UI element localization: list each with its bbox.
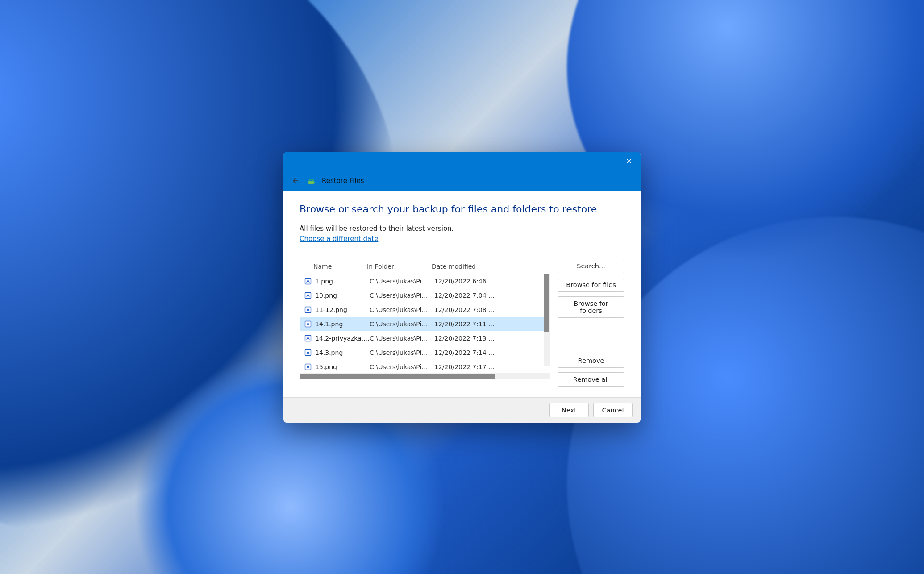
file-date: 12/20/2022 7:14 ... (434, 349, 550, 356)
table-row[interactable]: 15.pngC:\Users\lukas\Pictur...12/20/2022… (300, 360, 550, 373)
image-file-icon (304, 363, 312, 370)
vertical-scrollbar[interactable] (544, 274, 550, 366)
file-name: 1.png (315, 278, 370, 285)
file-date: 12/20/2022 7:17 ... (434, 363, 550, 370)
table-row[interactable]: 1.pngC:\Users\lukas\Pictur...12/20/2022 … (300, 274, 550, 288)
remove-button[interactable]: Remove (558, 354, 624, 368)
file-folder: C:\Users\lukas\Pictur... (370, 278, 434, 285)
choose-date-link[interactable]: Choose a different date (300, 235, 378, 243)
next-button[interactable]: Next (549, 403, 589, 417)
svg-point-0 (308, 181, 315, 184)
column-folder[interactable]: In Folder (362, 259, 427, 274)
file-name: 15.png (315, 363, 370, 370)
browse-folders-button[interactable]: Browse for folders (558, 296, 624, 318)
file-date: 12/20/2022 7:04 ... (434, 292, 550, 299)
browse-files-button[interactable]: Browse for files (558, 278, 624, 292)
close-button[interactable] (619, 154, 639, 168)
file-folder: C:\Users\lukas\Pictur... (370, 306, 434, 313)
horizontal-scrollbar[interactable] (300, 373, 550, 379)
restore-files-icon (307, 176, 316, 185)
file-name: 10.png (315, 292, 370, 299)
page-heading: Browse or search your backup for files a… (300, 204, 624, 215)
image-file-icon (304, 278, 312, 285)
file-date: 12/20/2022 7:13 ... (434, 335, 550, 342)
content-area: Browse or search your backup for files a… (283, 191, 641, 397)
table-row[interactable]: 14.3.pngC:\Users\lukas\Pictur...12/20/20… (300, 345, 550, 360)
table-row[interactable]: 14.1.pngC:\Users\lukas\Pictur...12/20/20… (300, 317, 550, 331)
file-folder: C:\Users\lukas\Pictur... (370, 349, 434, 356)
search-button[interactable]: Search... (558, 259, 624, 273)
file-folder: C:\Users\lukas\Pictur... (370, 320, 434, 328)
back-button[interactable] (290, 175, 300, 186)
cancel-button[interactable]: Cancel (593, 403, 633, 417)
titlebar (283, 152, 641, 171)
file-date: 12/20/2022 7:08 ... (434, 306, 550, 313)
table-row[interactable]: 14.2-privyazka....C:\Users\lukas\Pictur.… (300, 331, 550, 345)
list-header: Name In Folder Date modified (300, 259, 550, 274)
table-row[interactable]: 10.pngC:\Users\lukas\Pictur...12/20/2022… (300, 288, 550, 303)
image-file-icon (304, 292, 312, 299)
column-name[interactable]: Name (300, 259, 362, 274)
close-icon (626, 158, 632, 164)
image-file-icon (304, 335, 312, 342)
image-file-icon (304, 306, 312, 313)
file-date: 12/20/2022 6:46 ... (434, 278, 550, 285)
file-folder: C:\Users\lukas\Pictur... (370, 335, 434, 342)
file-name: 14.3.png (315, 349, 370, 356)
image-file-icon (304, 320, 312, 328)
navbar: Restore Files (283, 171, 641, 191)
file-list: Name In Folder Date modified 1.pngC:\Use… (300, 259, 550, 379)
restore-note: All files will be restored to their late… (300, 225, 624, 233)
file-folder: C:\Users\lukas\Pictur... (370, 363, 434, 370)
horizontal-scrollbar-thumb[interactable] (300, 374, 495, 379)
column-date[interactable]: Date modified (427, 259, 550, 274)
restore-files-wizard: Restore Files Browse or search your back… (283, 152, 641, 423)
file-name: 14.1.png (315, 320, 370, 328)
table-row[interactable]: 11-12.pngC:\Users\lukas\Pictur...12/20/2… (300, 303, 550, 317)
file-name: 14.2-privyazka.... (315, 335, 370, 342)
vertical-scrollbar-thumb[interactable] (544, 274, 549, 332)
image-file-icon (304, 349, 312, 356)
file-folder: C:\Users\lukas\Pictur... (370, 292, 434, 299)
remove-all-button[interactable]: Remove all (558, 372, 624, 387)
back-arrow-icon (291, 177, 299, 184)
file-name: 11-12.png (315, 306, 370, 313)
wizard-footer: Next Cancel (283, 397, 641, 423)
window-title: Restore Files (322, 177, 364, 185)
side-button-panel: Search... Browse for files Browse for fo… (558, 259, 624, 387)
file-date: 12/20/2022 7:11 ... (434, 320, 550, 328)
